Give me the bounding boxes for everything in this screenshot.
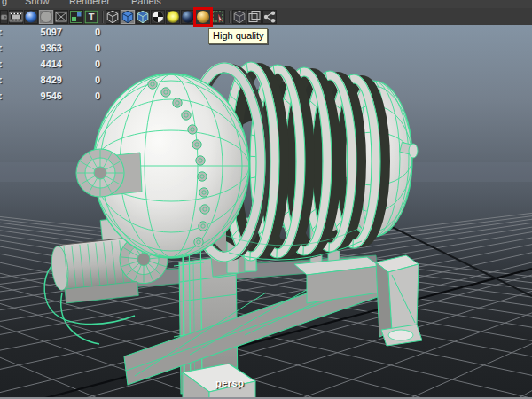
menu-item-g[interactable]: g — [2, 0, 7, 7]
texture-view-icon[interactable]: T — [84, 10, 98, 24]
dome-port-flange — [76, 149, 142, 197]
default-material-sphere-icon[interactable] — [151, 10, 165, 24]
joint-xray-icon[interactable] — [262, 10, 277, 24]
shaded-cube-icon[interactable] — [121, 10, 135, 24]
menu-item-panels[interactable]: Panels — [131, 0, 161, 7]
camera-partial-icon[interactable] — [0, 10, 8, 24]
viewport-toolbar: T — [0, 8, 532, 25]
toolbar-separator — [226, 10, 232, 24]
resolution-gate-icon[interactable] — [54, 10, 68, 24]
maya-viewport-panel: gShowRendererPanels T High quality — [0, 0, 532, 399]
lighting-sphere-icon[interactable] — [166, 10, 180, 24]
shaded-sphere-icon[interactable] — [24, 10, 38, 24]
xray-cube-icon[interactable] — [232, 10, 246, 24]
xray-active-icon[interactable] — [247, 10, 262, 24]
tooltip: High quality — [208, 28, 268, 44]
pedestal-block — [376, 255, 422, 346]
panel-menubar: gShowRendererPanels — [0, 0, 532, 8]
wireframe-cube-icon[interactable] — [106, 10, 120, 24]
menu-item-show[interactable]: Show — [25, 0, 50, 7]
viewport-canvas[interactable] — [0, 25, 532, 397]
film-gate-icon[interactable] — [9, 10, 23, 24]
flat-sphere-icon[interactable] — [39, 10, 53, 24]
toolbar-separator — [99, 10, 106, 24]
high-quality-sphere-icon[interactable] — [196, 10, 210, 24]
menu-item-renderer[interactable]: Renderer — [69, 0, 110, 7]
isolate-select-icon[interactable] — [211, 10, 225, 24]
scene-3d — [0, 25, 532, 397]
shadow-sphere-icon[interactable] — [181, 10, 195, 24]
wireframe-shaded-cube-icon[interactable] — [136, 10, 150, 24]
field-chart-icon[interactable] — [69, 10, 83, 24]
svg-text:T: T — [89, 12, 95, 22]
